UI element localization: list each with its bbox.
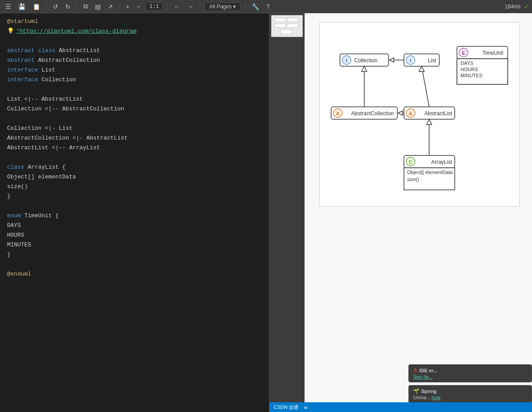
svg-marker-33 bbox=[362, 66, 367, 72]
svg-marker-46 bbox=[426, 119, 432, 125]
svg-rect-4 bbox=[281, 30, 292, 34]
divider-4 bbox=[167, 3, 168, 11]
code-line-21: enum TimeUnit { bbox=[0, 211, 269, 221]
uml-diagram-container: I Collection I List bbox=[319, 22, 520, 207]
svg-rect-3 bbox=[287, 24, 298, 27]
code-line-7: interface Collection bbox=[0, 75, 269, 85]
svg-text:I: I bbox=[410, 58, 411, 63]
kw-enum-1: enum bbox=[7, 212, 21, 220]
code-line-6: interface List bbox=[0, 65, 269, 75]
code-line-5: abstract AbstractCollection bbox=[0, 56, 269, 65]
spring-icon: 🌱 bbox=[413, 388, 419, 394]
code-line-22: DAYS bbox=[0, 221, 269, 231]
code-line-16: class ArrayList { bbox=[0, 163, 269, 172]
node-arraylist: C ArrayList Object[] elementData size() bbox=[404, 155, 455, 190]
undo-button[interactable]: ↺ bbox=[51, 2, 60, 11]
kw-interface-2: interface bbox=[7, 76, 38, 84]
svg-text:ArrayList: ArrayList bbox=[431, 159, 453, 165]
csdn-label: CSDN @通 bbox=[274, 404, 298, 411]
svg-text:Object[] elementData: Object[] elementData bbox=[407, 170, 453, 175]
pages-selector[interactable]: All Pages ▾ bbox=[204, 2, 241, 11]
zoom-in-button[interactable]: + bbox=[124, 2, 131, 11]
notif-ide-link[interactable]: See de... bbox=[413, 374, 433, 379]
code-line-11 bbox=[0, 114, 269, 124]
svg-marker-37 bbox=[398, 111, 403, 115]
node-timeunit: E TimeUnit DAYS HOURS MINUTES bbox=[457, 46, 508, 84]
svg-text:I: I bbox=[346, 58, 347, 63]
code-line-8 bbox=[0, 85, 269, 94]
redo-button[interactable]: ↻ bbox=[64, 2, 72, 11]
new-file-button[interactable]: 📋 bbox=[31, 2, 42, 11]
code-line-14: AbstractList <|-- ArrayList bbox=[0, 143, 269, 153]
code-line-10: Collection <|-- AbstractCollection bbox=[0, 104, 269, 114]
timing-display: 184ms bbox=[505, 4, 521, 10]
keyword-startuml: @startuml bbox=[7, 17, 38, 26]
code-line-13: AbstractCollection <|- AbstractList bbox=[0, 133, 269, 143]
divider-1 bbox=[46, 3, 47, 11]
tools-button[interactable]: 🔧 bbox=[250, 2, 261, 11]
code-line-20 bbox=[0, 201, 269, 211]
kw-class-1: class bbox=[38, 46, 55, 55]
svg-text:HOURS: HOURS bbox=[460, 67, 478, 72]
svg-rect-2 bbox=[275, 24, 286, 27]
notification-spring[interactable]: 🌱 Spring Unma... how bbox=[408, 385, 532, 403]
svg-text:size(): size() bbox=[407, 177, 419, 182]
notification-ide-error[interactable]: ⚠ IDE er... See de... bbox=[408, 364, 532, 382]
node-collection: I Collection bbox=[340, 54, 389, 66]
kw-abstract-2: abstract bbox=[7, 56, 34, 65]
sidebar-toggle-button[interactable]: ▤ bbox=[93, 2, 102, 11]
more-label: w bbox=[304, 404, 307, 410]
svg-rect-0 bbox=[275, 18, 286, 22]
kw-interface-1: interface bbox=[7, 66, 38, 75]
nav-fwd-button[interactable]: → bbox=[185, 2, 195, 11]
svg-text:A: A bbox=[409, 111, 412, 116]
divider-3 bbox=[119, 3, 120, 11]
svg-rect-1 bbox=[287, 18, 298, 22]
nav-back-button[interactable]: ← bbox=[172, 2, 182, 11]
svg-text:AbstractList: AbstractList bbox=[424, 110, 452, 117]
svg-text:C: C bbox=[409, 159, 412, 165]
csdn-status: CSDN @通 bbox=[274, 404, 298, 411]
thumbnail-item[interactable] bbox=[271, 15, 303, 37]
svg-text:A: A bbox=[336, 111, 340, 116]
export-button[interactable]: ↗ bbox=[106, 2, 115, 11]
code-line-18: size() bbox=[0, 182, 269, 192]
right-panel: I Collection I List bbox=[269, 13, 532, 412]
code-line-19: } bbox=[0, 192, 269, 201]
plantuml-link[interactable]: 'https://plantuml.com/class-diagram bbox=[16, 27, 136, 36]
notifications-panel: ⚠ IDE er... See de... 🌱 Spring Unma... h… bbox=[408, 364, 532, 403]
svg-text:AbstractCollection: AbstractCollection bbox=[351, 110, 394, 117]
svg-marker-14 bbox=[389, 58, 394, 62]
menu-button[interactable]: ☰ bbox=[4, 2, 13, 11]
help-button[interactable]: ? bbox=[264, 2, 272, 11]
toolbar: ☰ 💾 📋 ↺ ↻ ⧉ ▤ ↗ + − 1:1 ← → All Pages ▾ … bbox=[0, 0, 532, 13]
svg-text:MINUTES: MINUTES bbox=[460, 73, 483, 78]
svg-text:Collection: Collection bbox=[354, 57, 377, 64]
code-line-2: 💡'https://plantuml.com/class-diagram bbox=[0, 26, 269, 36]
editor-panel[interactable]: @startuml 💡'https://plantuml.com/class-d… bbox=[0, 13, 269, 412]
diagram-area[interactable]: I Collection I List bbox=[269, 13, 532, 412]
notif-spring-title: Spring bbox=[421, 389, 437, 394]
code-line-9: List <|-- AbstractList bbox=[0, 94, 269, 104]
zoom-level-display: 1:1 bbox=[145, 2, 163, 11]
code-line-23: HOURS bbox=[0, 231, 269, 240]
code-line-4: abstract class AbstractList bbox=[0, 46, 269, 56]
thumbnail-strip bbox=[269, 13, 305, 412]
node-list: I List bbox=[404, 54, 439, 66]
node-abstractlist: A AbstractList bbox=[404, 107, 455, 119]
zoom-out-button[interactable]: − bbox=[135, 2, 142, 11]
bulb-icon: 💡 bbox=[7, 27, 14, 36]
notif-spring-link[interactable]: how bbox=[432, 395, 441, 400]
error-icon: ⚠ bbox=[413, 367, 418, 373]
svg-text:List: List bbox=[428, 57, 436, 64]
svg-marker-35 bbox=[419, 66, 424, 72]
copy-button[interactable]: ⧉ bbox=[82, 2, 90, 11]
kw-abstract-1: abstract bbox=[7, 46, 34, 55]
svg-text:TimeUnit: TimeUnit bbox=[482, 50, 503, 56]
divider-5 bbox=[200, 3, 200, 11]
save-button[interactable]: 💾 bbox=[16, 2, 27, 11]
code-line-27: @enduml bbox=[0, 269, 269, 279]
svg-line-34 bbox=[422, 66, 429, 107]
code-line-3 bbox=[0, 36, 269, 46]
svg-text:E: E bbox=[462, 50, 465, 56]
